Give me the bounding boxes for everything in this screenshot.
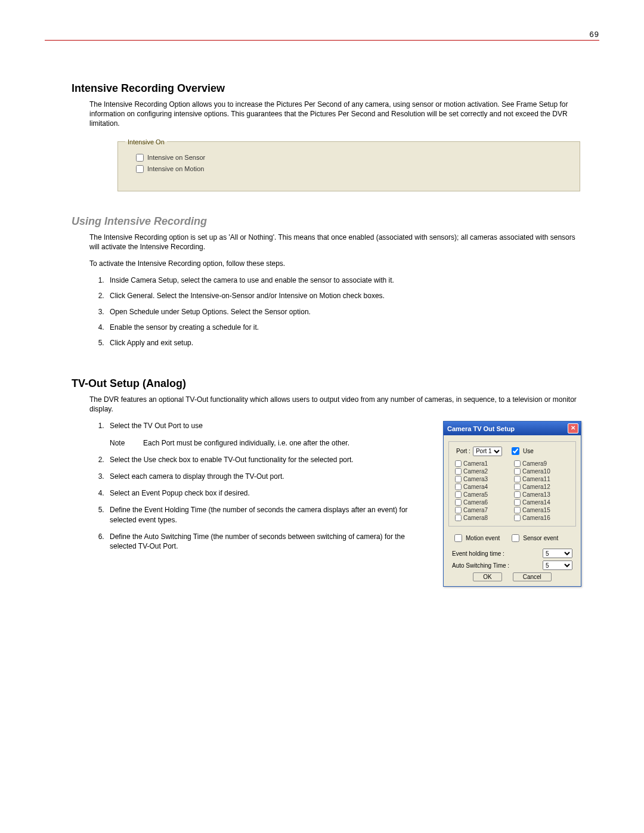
heading-tvout: TV-Out Setup (Analog) — [72, 377, 599, 390]
camera13-checkbox[interactable] — [514, 491, 521, 498]
list-item: Define the Auto Switching Time (the numb… — [106, 532, 431, 551]
list-item: Select the Use check box to enable TV-Ou… — [106, 455, 431, 465]
close-icon[interactable]: ✕ — [568, 423, 578, 433]
camera-label: Camera16 — [522, 515, 550, 521]
intensive-on-sensor-checkbox[interactable] — [136, 154, 144, 162]
motion-event-label: Motion event — [466, 535, 500, 541]
camera-label: Camera11 — [522, 476, 550, 482]
camera-label: Camera14 — [522, 499, 550, 506]
camera-label: Camera13 — [522, 491, 550, 498]
list-item: Enable the sensor by creating a schedule… — [106, 323, 581, 332]
camera-label: Camera7 — [463, 507, 488, 513]
holding-time-select[interactable]: 5 — [543, 549, 572, 558]
intensive-on-legend: Intensive On — [125, 138, 167, 145]
heading-using-intensive: Using Intensive Recording — [72, 215, 599, 228]
camera-label: Camera12 — [522, 484, 550, 490]
camera-label: Camera1 — [463, 460, 488, 467]
tvout-dialog: Camera TV Out Setup ✕ Port : Port 1 Use — [443, 421, 581, 587]
camera-label: Camera5 — [463, 491, 488, 498]
note-label: Note — [110, 438, 131, 448]
camera-label: Camera10 — [522, 468, 550, 475]
tvout-steps-list: Select the TV Out Port to use Note Each … — [89, 421, 431, 551]
note-text: Each Port must be configured individuall… — [143, 438, 349, 448]
page-number: 69 — [590, 30, 599, 39]
camera8-checkbox[interactable] — [455, 515, 462, 521]
intensive-on-panel: Intensive On Intensive on Sensor Intensi… — [116, 138, 581, 191]
dialog-titlebar[interactable]: Camera TV Out Setup ✕ — [444, 422, 581, 435]
camera12-checkbox[interactable] — [514, 484, 521, 490]
camera15-checkbox[interactable] — [514, 507, 521, 513]
camera-label: Camera4 — [463, 484, 488, 490]
list-item: Select an Event Popup check box if desir… — [106, 488, 431, 498]
camera-label: Camera3 — [463, 476, 488, 482]
motion-event-checkbox[interactable] — [454, 534, 462, 542]
holding-time-label: Event holding time : — [452, 550, 504, 557]
camera-label: Camera8 — [463, 515, 488, 521]
camera-label: Camera9 — [522, 460, 547, 467]
heading-intensive-overview: Intensive Recording Overview — [72, 82, 599, 95]
camera14-checkbox[interactable] — [514, 499, 521, 506]
intensive-steps-list: Inside Camera Setup, select the camera t… — [89, 275, 581, 348]
port-label: Port : — [456, 448, 470, 454]
intensive-on-motion-checkbox[interactable] — [136, 165, 144, 173]
para-using-intensive-1: The Intensive Recording option is set up… — [89, 233, 581, 252]
list-item: Select the TV Out Port to use Note Each … — [106, 421, 431, 447]
para-tvout: The DVR features an optional TV-Out func… — [89, 395, 581, 414]
para-intensive-overview: The Intensive Recording Option allows yo… — [89, 100, 581, 129]
switching-time-label: Auto Switching Time : — [452, 562, 509, 569]
dialog-title-text: Camera TV Out Setup — [447, 425, 515, 432]
list-item: Click Apply and exit setup. — [106, 338, 581, 348]
camera1-checkbox[interactable] — [455, 460, 462, 467]
list-item: Define the Event Holding Time (the numbe… — [106, 505, 431, 524]
camera9-checkbox[interactable] — [514, 460, 521, 467]
camera-label: Camera6 — [463, 499, 488, 506]
use-label: Use — [523, 448, 534, 454]
camera2-checkbox[interactable] — [455, 468, 462, 475]
page-header: 69 — [45, 30, 599, 41]
document-page: 69 Intensive Recording Overview The Inte… — [0, 0, 644, 833]
switching-time-select[interactable]: 5 — [543, 561, 572, 570]
list-item: Click General. Select the Intensive-on-S… — [106, 291, 581, 301]
camera3-checkbox[interactable] — [455, 476, 462, 482]
camera5-checkbox[interactable] — [455, 491, 462, 498]
sensor-event-label: Sensor event — [523, 535, 558, 541]
camera16-checkbox[interactable] — [514, 515, 521, 521]
camera10-checkbox[interactable] — [514, 468, 521, 475]
camera-grid: Camera1 Camera9 Camera2 Camera10 Camera3… — [455, 460, 569, 521]
camera-label: Camera2 — [463, 468, 488, 475]
cancel-button[interactable]: Cancel — [513, 572, 552, 581]
camera-group: Port : Port 1 Use Camera1 Camera9 Camera… — [448, 441, 576, 527]
list-item: Select each camera to display through th… — [106, 472, 431, 481]
sensor-event-checkbox[interactable] — [512, 534, 519, 542]
intensive-on-motion-label: Intensive on Motion — [147, 165, 204, 172]
port-select[interactable]: Port 1 — [473, 447, 502, 456]
intensive-on-sensor-label: Intensive on Sensor — [147, 154, 205, 161]
list-item: Inside Camera Setup, select the camera t… — [106, 275, 581, 285]
camera4-checkbox[interactable] — [455, 484, 462, 490]
camera-label: Camera15 — [522, 507, 550, 513]
ok-button[interactable]: OK — [473, 572, 501, 581]
tvout-step1-text: Select the TV Out Port to use — [110, 422, 203, 430]
list-item: Open Schedule under Setup Options. Selec… — [106, 307, 581, 317]
camera11-checkbox[interactable] — [514, 476, 521, 482]
camera7-checkbox[interactable] — [455, 507, 462, 513]
use-checkbox[interactable] — [512, 447, 519, 455]
para-using-intensive-2: To activate the Intensive Recording opti… — [89, 259, 581, 268]
camera6-checkbox[interactable] — [455, 499, 462, 506]
